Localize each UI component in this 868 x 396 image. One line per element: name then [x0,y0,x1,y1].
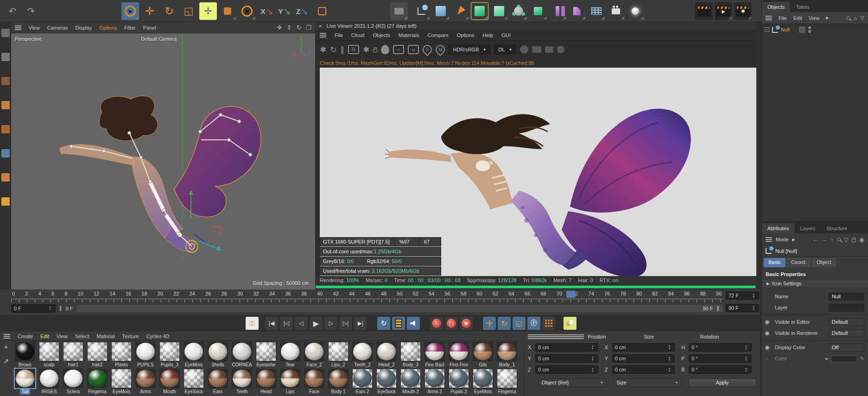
eyedropper-icon[interactable]: ✎ [860,356,864,362]
mat-menu-texture[interactable]: Texture [122,333,139,339]
material-thumbnail[interactable] [135,369,156,388]
live-viewer-titlebar[interactable]: × Live Viewer 2021.1.2-(R2) (27 days lef… [315,22,756,30]
material-thumbnail[interactable] [15,342,35,361]
viewport-zoom-icon[interactable]: ⇕ [287,24,292,31]
name-input[interactable]: Null [829,293,864,301]
range-start-field[interactable]: 0 F ▲▼ [11,304,56,313]
palette-icon[interactable] [1,197,10,206]
subtab-object[interactable]: Object [812,258,836,267]
refresh-icon[interactable]: ↻ [330,45,336,55]
material-thumbnail[interactable] [424,342,445,361]
current-frame-field[interactable]: 72 F ▲▼ [726,291,759,300]
last-used-tool[interactable]: ➤ [238,2,256,20]
viewport-menu-panel[interactable]: Panel [143,25,156,31]
material-item[interactable]: Body_1 [495,342,519,368]
solo-mode-button[interactable] [564,317,577,330]
material-item[interactable]: Lips_2 [326,342,350,368]
render-active-view-button[interactable] [695,2,713,20]
live-selection-tool[interactable]: ➤ [121,2,139,20]
subtab-basic[interactable]: Basic [764,258,786,267]
add-material-icon[interactable]: + [0,343,12,351]
om-menu-more-icon[interactable]: ▶ [826,16,829,20]
material-item[interactable]: Face [302,369,326,395]
material-item[interactable]: Head_2 [374,342,399,368]
key-parameter-toggle[interactable]: Ⓟ [527,317,540,330]
material-name[interactable]: Head [259,389,273,395]
object-name[interactable]: Null [781,27,790,32]
material-item[interactable]: EyeSock [374,369,399,395]
material-name[interactable]: scalp [42,362,56,368]
palette-icon[interactable] [1,77,10,85]
material-thumbnail[interactable] [39,342,59,361]
material-name[interactable]: Pupils_3 [159,362,180,368]
material-name[interactable]: EyeSock [376,389,397,395]
autokey-parameter-button[interactable]: ( ) [445,317,458,330]
material-item[interactable]: hair1 [61,342,85,368]
range-grip-right[interactable]: ∥ [717,305,720,311]
region-balloon-icon[interactable] [381,45,389,54]
material-thumbnail[interactable] [208,342,228,361]
material-name[interactable]: Lips [285,389,296,395]
material-name[interactable]: EyeMois [473,389,493,395]
add-region-icon[interactable]: + [393,45,404,54]
coords-menu-icon[interactable] [528,334,584,339]
material-name[interactable]: Brows [17,362,33,368]
material-item[interactable]: Pupils 2 [447,369,471,395]
mat-menu-icon[interactable] [4,334,10,339]
clear-region-icon[interactable]: o [408,45,419,54]
material-thumbnail[interactable] [424,369,445,388]
material-thumbnail[interactable] [159,342,180,361]
material-item[interactable]: CORNEA [230,342,254,368]
autokey-position-button[interactable]: ⚿ [430,317,443,330]
material-name[interactable]: Fins Fror [448,362,469,368]
mode-label[interactable]: Mode [776,237,789,242]
material-thumbnail[interactable] [449,342,469,361]
layer-input[interactable] [829,304,864,312]
material-thumbnail[interactable] [400,342,421,361]
object-tree-row-null[interactable]: + Null [762,24,868,35]
play-button[interactable]: ▶ [310,317,323,330]
viewport-camera-label[interactable]: Default Camera [141,36,177,42]
material-name[interactable]: Pupils 2 [449,389,469,395]
material-item[interactable]: Lips [278,369,302,395]
material-thumbnail[interactable] [232,369,252,388]
extrude-generator-button[interactable] [490,2,508,20]
material-name[interactable]: Shells [210,362,225,368]
tab-layers[interactable]: Layers [794,223,821,233]
move-tool[interactable]: ✛ [141,2,158,20]
palette-icon[interactable] [1,149,10,157]
material-item[interactable]: Mouth 2 [399,369,423,395]
next-frame-button[interactable]: ▷ [324,317,337,330]
material-thumbnail[interactable] [39,369,59,388]
focus-picker-icon[interactable]: F [421,43,434,56]
attr-menu-icon[interactable] [766,237,772,242]
material-thumbnail[interactable] [352,342,373,361]
material-item[interactable]: EyeMois [182,342,206,368]
material-item[interactable]: EyeSock [182,369,206,395]
next-key-button[interactable]: ▷| [339,317,352,330]
lock-x-axis-button[interactable]: X↘ [260,4,274,19]
material-name[interactable]: EyeMois [111,389,132,395]
record-keyframe-button[interactable]: ⚿ [246,317,259,330]
material-item[interactable]: Eyelashe [254,342,278,368]
deformer-button[interactable] [510,2,527,20]
anim-dot-icon[interactable]: ◉ [765,319,769,325]
light-object-button[interactable] [627,2,644,20]
material-item[interactable]: EyeMois [471,369,495,395]
material-name[interactable]: Arms 2 [426,389,444,395]
material-name[interactable]: Body_1 [498,362,516,368]
material-name[interactable]: PUPILS [136,362,155,368]
icon-settings-row[interactable]: ▶ Icon Settings [762,279,868,288]
material-thumbnail[interactable] [352,369,373,388]
material-name[interactable]: Teeth_2 [353,362,372,368]
coordinate-spline-icon[interactable] [412,2,430,20]
material-thumbnail[interactable] [111,369,132,388]
material-item[interactable]: Face_2 [302,342,326,368]
layer-toggle[interactable] [799,26,805,33]
render-picture-viewer-button[interactable]: ▶ [715,2,732,20]
material-name[interactable]: Face_2 [305,362,323,368]
cloner-array-button[interactable] [529,2,547,20]
mode-submenu-icon[interactable]: ▶ [792,238,795,242]
viewport-menu-icon[interactable] [15,25,21,30]
material-name[interactable]: Sclera [65,389,81,395]
